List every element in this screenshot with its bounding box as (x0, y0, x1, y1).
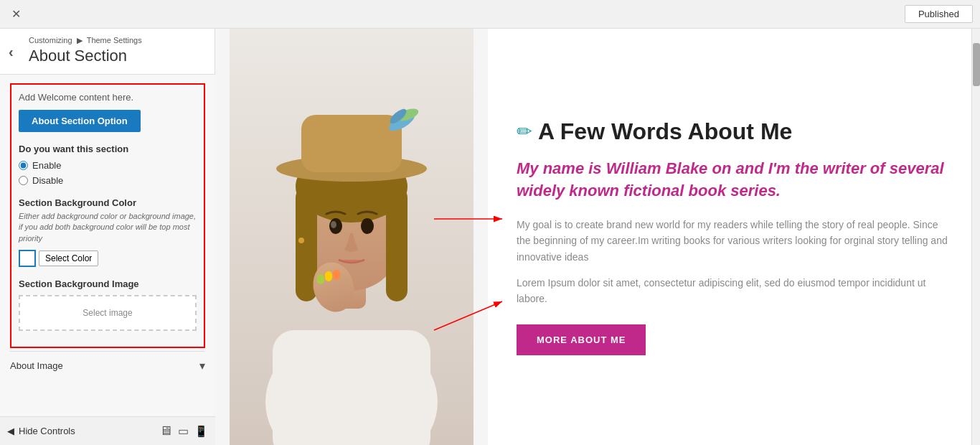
more-about-button[interactable]: MORE ABOUT ME (517, 324, 646, 355)
image-upload-area[interactable]: Select image (19, 295, 197, 331)
bg-image-label: Section Background Image (19, 278, 197, 289)
pencil-icon: ✏ (517, 121, 532, 143)
svg-point-14 (361, 218, 374, 234)
scrollbar-thumb[interactable] (973, 43, 980, 86)
mobile-icon[interactable]: 📱 (194, 423, 208, 439)
content-area: ✏ A Few Words About Me My name is Willia… (488, 29, 980, 445)
monitor-icon[interactable]: 🖥 (159, 423, 172, 439)
bottom-bar: ◀ Hide Controls 🖥 ▭ 📱 (0, 416, 215, 445)
disable-label: Disable (32, 175, 63, 186)
title-row: ✏ A Few Words About Me (517, 118, 951, 145)
svg-point-20 (298, 238, 304, 243)
right-scrollbar[interactable] (971, 29, 980, 445)
svg-point-15 (331, 221, 336, 228)
close-button[interactable]: ✕ (7, 4, 25, 24)
content-para-2: Lorem Ipsum dolor sit amet, consectetur … (517, 275, 951, 307)
select-color-button[interactable]: Select Color (39, 250, 98, 266)
svg-rect-7 (386, 187, 407, 301)
hide-controls-label: Hide Controls (19, 426, 75, 436)
about-section-option-button[interactable]: About Section Option (19, 110, 141, 132)
svg-rect-18 (325, 271, 332, 281)
published-button[interactable]: Published (905, 5, 973, 23)
hide-controls-button[interactable]: ◀ Hide Controls (7, 426, 75, 436)
content-para-1: My goal is to create brand new world for… (517, 217, 951, 265)
breadcrumb-theme-settings: Theme Settings (87, 36, 142, 44)
back-button[interactable]: ‹ (6, 40, 17, 62)
about-image-row[interactable]: About Image ▾ (10, 351, 205, 380)
add-welcome-text: Add Welcome content here. (19, 92, 197, 103)
enable-radio[interactable] (19, 161, 28, 170)
sidebar-header: ‹ Customizing ▶ Theme Settings About Sec… (0, 29, 215, 75)
about-image-label: About Image (10, 360, 63, 371)
top-bar: ✕ Published (0, 0, 980, 29)
breadcrumb-arrow: ▶ (77, 36, 85, 44)
enable-radio-item[interactable]: Enable (19, 160, 197, 171)
sidebar-title: About Section (29, 47, 204, 65)
color-swatch[interactable] (19, 250, 36, 267)
breadcrumb: Customizing ▶ Theme Settings (29, 36, 204, 45)
hide-icon: ◀ (7, 426, 14, 436)
breadcrumb-customizing: Customizing (29, 36, 72, 44)
preview-area: ✏ A Few Words About Me My name is Willia… (215, 29, 980, 445)
device-icons: 🖥 ▭ 📱 (159, 423, 208, 439)
color-picker-row: Select Color (19, 250, 197, 267)
section-enable-label: Do you want this section (19, 144, 197, 154)
disable-radio[interactable] (19, 176, 28, 185)
select-image-text: Select image (83, 308, 132, 318)
bg-color-desc: Either add background color or backgroun… (19, 211, 197, 244)
svg-rect-2 (273, 330, 430, 445)
page-title: A Few Words About Me (538, 118, 792, 145)
bg-color-label: Section Background Color (19, 197, 197, 208)
chevron-down-icon: ▾ (199, 359, 205, 373)
content-subtitle: My name is William Blake on and I'm the … (517, 158, 951, 202)
tablet-icon[interactable]: ▭ (178, 423, 189, 439)
svg-rect-19 (333, 270, 340, 280)
enable-disable-radio-group: Enable Disable (19, 160, 197, 186)
enable-label: Enable (32, 160, 61, 171)
svg-rect-17 (317, 274, 324, 284)
disable-radio-item[interactable]: Disable (19, 175, 197, 186)
svg-rect-9 (301, 115, 402, 172)
person-image-area (215, 29, 488, 445)
